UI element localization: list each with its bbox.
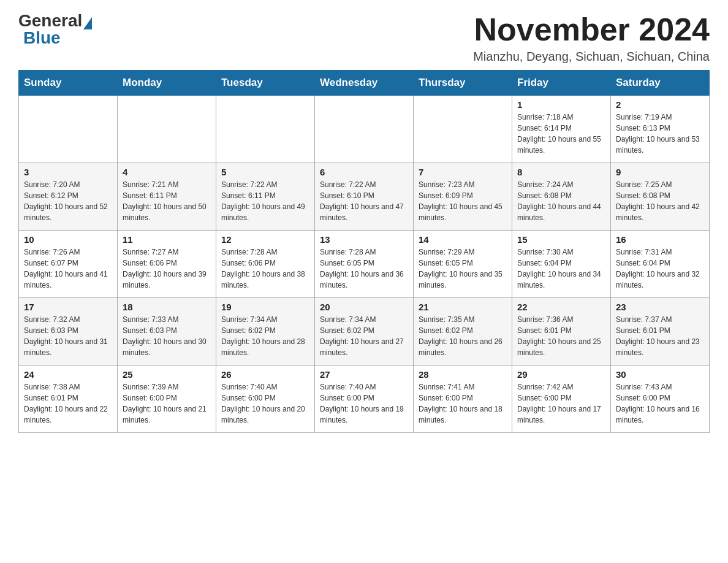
- calendar-cell: 17Sunrise: 7:32 AMSunset: 6:03 PMDayligh…: [19, 298, 118, 366]
- calendar-cell: 23Sunrise: 7:37 AMSunset: 6:01 PMDayligh…: [611, 298, 710, 366]
- day-number: 9: [616, 167, 704, 177]
- day-number: 20: [320, 302, 408, 312]
- calendar-table: SundayMondayTuesdayWednesdayThursdayFrid…: [18, 70, 710, 433]
- day-info: Sunrise: 7:41 AMSunset: 6:00 PMDaylight:…: [419, 381, 507, 426]
- day-of-week-header: Friday: [512, 71, 611, 96]
- day-info: Sunrise: 7:38 AMSunset: 6:01 PMDaylight:…: [24, 381, 112, 426]
- calendar-cell: 6Sunrise: 7:22 AMSunset: 6:10 PMDaylight…: [315, 163, 414, 231]
- day-info: Sunrise: 7:21 AMSunset: 6:11 PMDaylight:…: [123, 179, 211, 223]
- calendar-cell: 2Sunrise: 7:19 AMSunset: 6:13 PMDaylight…: [611, 96, 710, 163]
- calendar-week-row: 3Sunrise: 7:20 AMSunset: 6:12 PMDaylight…: [19, 163, 710, 231]
- day-of-week-header: Monday: [118, 71, 216, 96]
- day-info: Sunrise: 7:40 AMSunset: 6:00 PMDaylight:…: [221, 381, 309, 426]
- day-number: 27: [320, 369, 408, 380]
- day-info: Sunrise: 7:22 AMSunset: 6:11 PMDaylight:…: [221, 179, 309, 223]
- day-number: 23: [616, 302, 704, 312]
- calendar-week-row: 1Sunrise: 7:18 AMSunset: 6:14 PMDaylight…: [19, 96, 710, 163]
- day-number: 22: [517, 302, 605, 312]
- calendar-cell: [414, 96, 512, 163]
- logo-triangle-icon: [83, 17, 92, 29]
- calendar-cell: 25Sunrise: 7:39 AMSunset: 6:00 PMDayligh…: [118, 366, 216, 433]
- day-of-week-header: Saturday: [611, 71, 710, 96]
- calendar-cell: 9Sunrise: 7:25 AMSunset: 6:08 PMDaylight…: [611, 163, 710, 231]
- day-info: Sunrise: 7:34 AMSunset: 6:02 PMDaylight:…: [320, 314, 408, 358]
- calendar-cell: 21Sunrise: 7:35 AMSunset: 6:02 PMDayligh…: [414, 298, 512, 366]
- day-info: Sunrise: 7:30 AMSunset: 6:04 PMDaylight:…: [517, 247, 605, 291]
- calendar-cell: 10Sunrise: 7:26 AMSunset: 6:07 PMDayligh…: [19, 231, 118, 298]
- day-info: Sunrise: 7:34 AMSunset: 6:02 PMDaylight:…: [221, 314, 309, 358]
- calendar-week-row: 10Sunrise: 7:26 AMSunset: 6:07 PMDayligh…: [19, 231, 710, 298]
- logo: General Blue: [18, 12, 93, 48]
- day-of-week-header: Sunday: [19, 71, 118, 96]
- day-info: Sunrise: 7:25 AMSunset: 6:08 PMDaylight:…: [616, 179, 704, 223]
- calendar-cell: 11Sunrise: 7:27 AMSunset: 6:06 PMDayligh…: [118, 231, 216, 298]
- calendar-cell: 8Sunrise: 7:24 AMSunset: 6:08 PMDaylight…: [512, 163, 611, 231]
- day-info: Sunrise: 7:37 AMSunset: 6:01 PMDaylight:…: [616, 314, 704, 358]
- day-info: Sunrise: 7:23 AMSunset: 6:09 PMDaylight:…: [419, 179, 507, 223]
- calendar-cell: 19Sunrise: 7:34 AMSunset: 6:02 PMDayligh…: [216, 298, 315, 366]
- day-info: Sunrise: 7:35 AMSunset: 6:02 PMDaylight:…: [419, 314, 507, 358]
- calendar-cell: 18Sunrise: 7:33 AMSunset: 6:03 PMDayligh…: [118, 298, 216, 366]
- day-of-week-header: Thursday: [414, 71, 512, 96]
- day-number: 14: [419, 234, 507, 245]
- day-number: 29: [517, 369, 605, 380]
- day-info: Sunrise: 7:28 AMSunset: 6:05 PMDaylight:…: [320, 247, 408, 291]
- day-number: 7: [419, 167, 507, 177]
- day-number: 24: [24, 369, 112, 380]
- page-subtitle: Mianzhu, Deyang, Sichuan, Sichuan, China: [473, 50, 710, 64]
- calendar-cell: [216, 96, 315, 163]
- day-of-week-header: Wednesday: [315, 71, 414, 96]
- day-number: 28: [419, 369, 507, 380]
- calendar-cell: 14Sunrise: 7:29 AMSunset: 6:05 PMDayligh…: [414, 231, 512, 298]
- day-info: Sunrise: 7:26 AMSunset: 6:07 PMDaylight:…: [24, 247, 112, 291]
- calendar-week-row: 24Sunrise: 7:38 AMSunset: 6:01 PMDayligh…: [19, 366, 710, 433]
- day-number: 11: [123, 234, 211, 245]
- calendar-cell: 20Sunrise: 7:34 AMSunset: 6:02 PMDayligh…: [315, 298, 414, 366]
- day-number: 19: [221, 302, 309, 312]
- day-info: Sunrise: 7:19 AMSunset: 6:13 PMDaylight:…: [616, 112, 704, 156]
- day-number: 25: [123, 369, 211, 380]
- day-info: Sunrise: 7:43 AMSunset: 6:00 PMDaylight:…: [616, 381, 704, 426]
- day-number: 21: [419, 302, 507, 312]
- calendar-cell: [118, 96, 216, 163]
- calendar-cell: 16Sunrise: 7:31 AMSunset: 6:04 PMDayligh…: [611, 231, 710, 298]
- calendar-cell: [19, 96, 118, 163]
- day-number: 15: [517, 234, 605, 245]
- day-number: 1: [517, 99, 605, 110]
- calendar-cell: 13Sunrise: 7:28 AMSunset: 6:05 PMDayligh…: [315, 231, 414, 298]
- calendar-cell: 15Sunrise: 7:30 AMSunset: 6:04 PMDayligh…: [512, 231, 611, 298]
- calendar-cell: 24Sunrise: 7:38 AMSunset: 6:01 PMDayligh…: [19, 366, 118, 433]
- day-number: 18: [123, 302, 211, 312]
- day-number: 30: [616, 369, 704, 380]
- day-info: Sunrise: 7:22 AMSunset: 6:10 PMDaylight:…: [320, 179, 408, 223]
- calendar-cell: 30Sunrise: 7:43 AMSunset: 6:00 PMDayligh…: [611, 366, 710, 433]
- title-area: November 2024 Mianzhu, Deyang, Sichuan, …: [473, 12, 710, 64]
- day-info: Sunrise: 7:42 AMSunset: 6:00 PMDaylight:…: [517, 381, 605, 426]
- day-info: Sunrise: 7:27 AMSunset: 6:06 PMDaylight:…: [123, 247, 211, 291]
- day-info: Sunrise: 7:40 AMSunset: 6:00 PMDaylight:…: [320, 381, 408, 426]
- calendar-week-row: 17Sunrise: 7:32 AMSunset: 6:03 PMDayligh…: [19, 298, 710, 366]
- day-number: 4: [123, 167, 211, 177]
- day-number: 2: [616, 99, 704, 110]
- day-info: Sunrise: 7:20 AMSunset: 6:12 PMDaylight:…: [24, 179, 112, 223]
- calendar-cell: 7Sunrise: 7:23 AMSunset: 6:09 PMDaylight…: [414, 163, 512, 231]
- day-number: 26: [221, 369, 309, 380]
- calendar-cell: 5Sunrise: 7:22 AMSunset: 6:11 PMDaylight…: [216, 163, 315, 231]
- calendar-cell: 22Sunrise: 7:36 AMSunset: 6:01 PMDayligh…: [512, 298, 611, 366]
- day-number: 8: [517, 167, 605, 177]
- day-number: 10: [24, 234, 112, 245]
- day-number: 5: [221, 167, 309, 177]
- calendar-cell: [315, 96, 414, 163]
- day-info: Sunrise: 7:28 AMSunset: 6:06 PMDaylight:…: [221, 247, 309, 291]
- calendar-cell: 1Sunrise: 7:18 AMSunset: 6:14 PMDaylight…: [512, 96, 611, 163]
- day-info: Sunrise: 7:31 AMSunset: 6:04 PMDaylight:…: [616, 247, 704, 291]
- day-info: Sunrise: 7:18 AMSunset: 6:14 PMDaylight:…: [517, 112, 605, 156]
- header-area: General Blue November 2024 Mianzhu, Deya…: [18, 12, 710, 64]
- calendar-cell: 27Sunrise: 7:40 AMSunset: 6:00 PMDayligh…: [315, 366, 414, 433]
- page-title: November 2024: [473, 12, 710, 47]
- day-of-week-header: Tuesday: [216, 71, 315, 96]
- day-info: Sunrise: 7:33 AMSunset: 6:03 PMDaylight:…: [123, 314, 211, 358]
- day-info: Sunrise: 7:32 AMSunset: 6:03 PMDaylight:…: [24, 314, 112, 358]
- calendar-cell: 29Sunrise: 7:42 AMSunset: 6:00 PMDayligh…: [512, 366, 611, 433]
- calendar-cell: 12Sunrise: 7:28 AMSunset: 6:06 PMDayligh…: [216, 231, 315, 298]
